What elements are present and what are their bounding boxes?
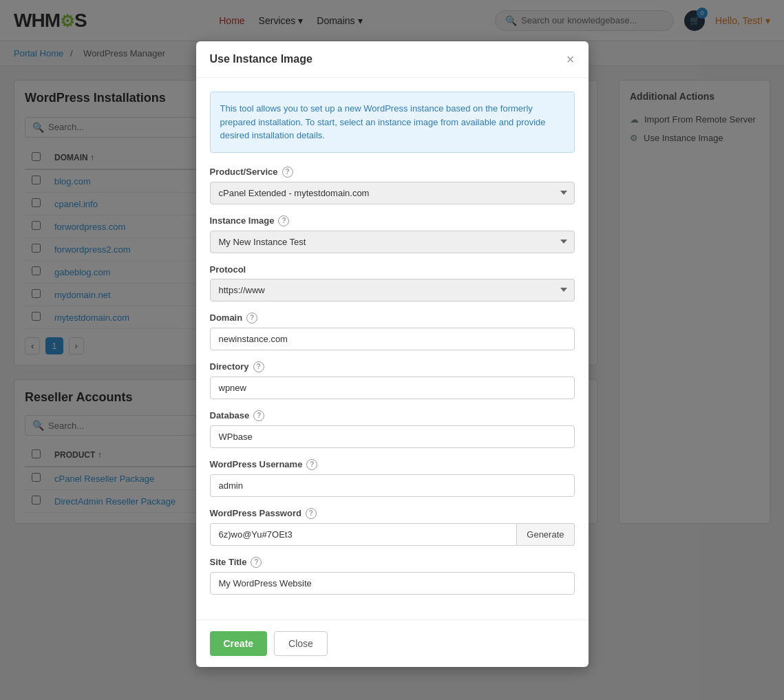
wp-username-help-icon[interactable]: ? [306,459,317,470]
instance-image-help-icon[interactable]: ? [278,215,289,226]
wp-password-input-group: Generate [210,523,575,538]
directory-input[interactable] [210,376,575,399]
domain-help-icon[interactable]: ? [246,312,257,324]
domain-group: Domain ? [210,312,575,350]
protocol-label: Protocol [210,264,575,275]
generate-password-button[interactable]: Generate [517,523,574,538]
directory-group: Directory ? [210,361,575,399]
modal-header: Use Instance Image × [196,41,589,78]
wp-username-input[interactable] [210,474,575,497]
modal-body: This tool allows you to set up a new Wor… [196,78,589,538]
modal-close-button[interactable]: × [566,52,575,66]
instance-image-group: Instance Image ? My New Instance Test [210,215,575,253]
database-group: Database ? [210,410,575,448]
wp-password-input[interactable] [210,523,518,538]
wp-password-label: WordPress Password ? [210,508,575,519]
product-service-group: Product/Service ? cPanel Extended - myte… [210,167,575,204]
database-label: Database ? [210,410,575,421]
use-instance-image-modal: Use Instance Image × This tool allows yo… [196,41,589,538]
database-help-icon[interactable]: ? [253,410,264,421]
modal-overlay: Use Instance Image × This tool allows yo… [0,0,784,538]
directory-help-icon[interactable]: ? [253,361,264,372]
product-service-label: Product/Service ? [210,167,575,178]
wp-password-help-icon[interactable]: ? [306,508,317,519]
modal-title: Use Instance Image [210,53,312,65]
database-input[interactable] [210,425,575,448]
instance-image-label: Instance Image ? [210,215,575,226]
protocol-group: Protocol https://www [210,264,575,301]
modal-info-box: This tool allows you to set up a new Wor… [210,92,575,153]
wp-username-group: WordPress Username ? [210,459,575,497]
product-service-select[interactable]: cPanel Extended - mytestdomain.com [210,182,575,204]
product-service-help-icon[interactable]: ? [282,167,293,178]
protocol-select[interactable]: https://www [210,279,575,301]
domain-label: Domain ? [210,312,575,324]
instance-image-select[interactable]: My New Instance Test [210,231,575,253]
directory-label: Directory ? [210,361,575,372]
domain-input[interactable] [210,328,575,350]
wp-username-label: WordPress Username ? [210,459,575,470]
wp-password-group: WordPress Password ? Generate [210,508,575,538]
